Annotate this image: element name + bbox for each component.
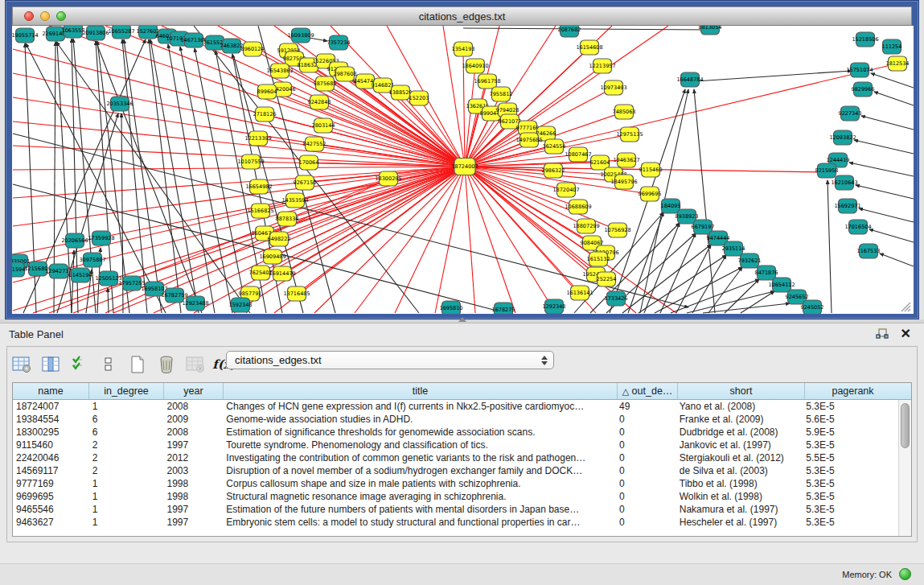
graph-node[interactable]: 7932621 [738, 253, 762, 268]
table-settings-icon[interactable] [12, 355, 31, 374]
graph-node[interactable]: 9115460 [639, 163, 663, 177]
graph-node[interactable]: 6498222 [268, 232, 291, 246]
graph-node[interactable]: 1167533 [857, 244, 881, 258]
graph-node[interactable]: 16210643 [831, 175, 857, 190]
network-canvas[interactable]: 1872400718300295896012459129549827508818… [12, 26, 914, 314]
graph-node[interactable]: 2087682 [558, 26, 581, 37]
close-panel-icon[interactable]: ✕ [901, 326, 911, 341]
table-row[interactable]: 1830029562008Estimation of significance … [13, 426, 898, 439]
graph-node[interactable]: 17359928 [88, 231, 114, 245]
graph-node[interactable]: 16914479 [269, 266, 295, 281]
scrollbar-thumb[interactable] [901, 403, 910, 448]
delete-rows-trash-icon[interactable] [157, 355, 176, 374]
table-row[interactable]: 1456911722003Disruption of a novel membe… [13, 464, 898, 477]
graph-node[interactable]: 391594 [12, 262, 25, 277]
graph-node[interactable]: 14975685 [515, 133, 542, 147]
graph-node[interactable]: 8215958 [815, 163, 839, 178]
column-header-in_degree[interactable]: in_degree [89, 383, 164, 399]
table-row[interactable]: 946554611997Estimation of the future num… [13, 503, 898, 516]
graph-node[interactable]: 20206566 [61, 233, 88, 248]
graph-node[interactable]: 1292348 [543, 299, 566, 314]
graph-node[interactable]: 7955812 [490, 87, 513, 101]
graph-node[interactable]: 15166825 [247, 204, 273, 218]
graph-node[interactable]: 10756928 [604, 223, 630, 237]
graph-node[interactable]: 3624554 [543, 139, 566, 154]
graph-node[interactable]: 19463627 [613, 153, 639, 167]
table-row[interactable]: 977716911998Corpus callosum shape and si… [13, 477, 898, 490]
graph-node[interactable]: 1592348 [229, 298, 253, 312]
float-panel-icon[interactable] [876, 328, 889, 340]
graph-node[interactable]: 12213399 [244, 131, 271, 146]
graph-node[interactable]: 9267150 [294, 175, 317, 190]
network-window-titlebar[interactable]: citations_edges.txt [12, 6, 912, 26]
graph-node[interactable]: 16648784 [676, 72, 703, 87]
memory-ok-led-icon[interactable] [899, 568, 911, 580]
table-select-dropdown[interactable]: citations_edges.txt [226, 351, 554, 369]
graph-node[interactable]: 16093809 [287, 28, 314, 43]
graph-node[interactable]: 18640910 [462, 59, 488, 73]
table-row[interactable]: 1938455462009Genome-wide association stu… [13, 413, 898, 426]
resize-grip-icon[interactable] [901, 303, 910, 311]
graph-node[interactable]: 15692971 [834, 199, 860, 213]
graph-node[interactable]: 1615132 [587, 252, 610, 266]
graph-node[interactable]: 252254 [597, 272, 617, 286]
graph-node[interactable]: 12975135 [616, 127, 643, 142]
graph-node[interactable]: 20353346 [106, 97, 133, 111]
graph-node[interactable]: 10807467 [565, 147, 591, 162]
graph-node[interactable]: 10107559 [237, 154, 264, 169]
graph-node[interactable]: 20913806 [82, 26, 109, 40]
graph-node[interactable]: 16136141 [566, 286, 593, 300]
graph-node[interactable]: 111254 [882, 39, 902, 54]
graph-node[interactable]: 2718126 [253, 107, 277, 122]
column-header-title[interactable]: title [224, 383, 618, 399]
column-header-out_de[interactable]: △ out_de… [618, 383, 678, 399]
graph-node[interactable]: 16654982 [245, 179, 272, 194]
table-row[interactable]: 946362711997Embryonic stem cells: a mode… [13, 516, 898, 529]
graph-node[interactable]: 19055714 [12, 28, 39, 43]
graph-node[interactable]: 12093822 [829, 130, 856, 145]
graph-node[interactable]: 17016504 [844, 220, 871, 234]
vertical-scrollbar[interactable] [898, 400, 911, 536]
graph-node[interactable]: 152203 [409, 91, 429, 105]
graph-node[interactable]: 15751074 [846, 63, 873, 77]
graph-node[interactable]: 18300295 [375, 171, 401, 186]
graph-node[interactable]: 18724007 [451, 159, 478, 175]
column-header-short[interactable]: short [678, 383, 805, 399]
graph-node[interactable]: 7463822 [220, 39, 244, 53]
graph-node[interactable]: 8813054 [699, 26, 722, 35]
graph-node[interactable]: 1354193 [452, 42, 475, 56]
graph-node[interactable]: 16909489 [259, 249, 285, 264]
column-header-name[interactable]: name [13, 383, 89, 399]
graph-node[interactable]: 9699695 [639, 187, 662, 201]
select-rows-check-icon[interactable] [70, 355, 89, 374]
graph-node[interactable]: 18495796 [610, 175, 637, 189]
table-row[interactable]: 2242004622012Investigating the contribut… [13, 451, 898, 464]
graph-node[interactable]: 8427552 [303, 137, 326, 151]
graph-node[interactable]: 8960124 [241, 42, 265, 56]
row-height-icon[interactable] [99, 355, 118, 374]
graph-node[interactable]: 14353594 [281, 193, 308, 208]
graph-node[interactable]: 10973493 [600, 80, 626, 95]
graph-node[interactable]: 12213957 [589, 59, 615, 73]
graph-node[interactable]: 16154608 [576, 40, 602, 55]
graph-node[interactable]: 30975887 [79, 253, 105, 267]
graph-node[interactable]: 18807299 [573, 219, 599, 233]
graph-node[interactable]: 1145194 [69, 268, 92, 282]
graph-node[interactable]: 10655287 [108, 26, 134, 39]
graph-node[interactable]: 9227343 [839, 106, 862, 121]
graph-node[interactable]: 10688609 [565, 200, 591, 214]
table-row[interactable]: 969969511998Structural magnetic resonanc… [13, 490, 898, 503]
graph-node[interactable]: 9245052 [801, 300, 824, 314]
graph-node[interactable]: 18720407 [552, 183, 579, 197]
graph-node[interactable]: 1695810 [440, 301, 463, 314]
graph-node[interactable]: 12923488 [182, 296, 208, 311]
graph-node[interactable]: 9829966 [852, 82, 875, 97]
graph-node[interactable]: 8878334 [276, 212, 299, 226]
graph-node[interactable]: 13716485 [283, 286, 310, 301]
graph-node[interactable]: 1678275 [492, 303, 515, 314]
graph-node[interactable]: 170064 [299, 155, 319, 170]
table-row[interactable]: 1872400712008Changes of HCN gene express… [13, 400, 898, 413]
table-row[interactable]: 911546021997Tourette syndrome. Phenomeno… [13, 439, 898, 451]
graph-node[interactable]: 16543862 [266, 64, 293, 78]
graph-node[interactable]: 1812534 [886, 56, 910, 71]
